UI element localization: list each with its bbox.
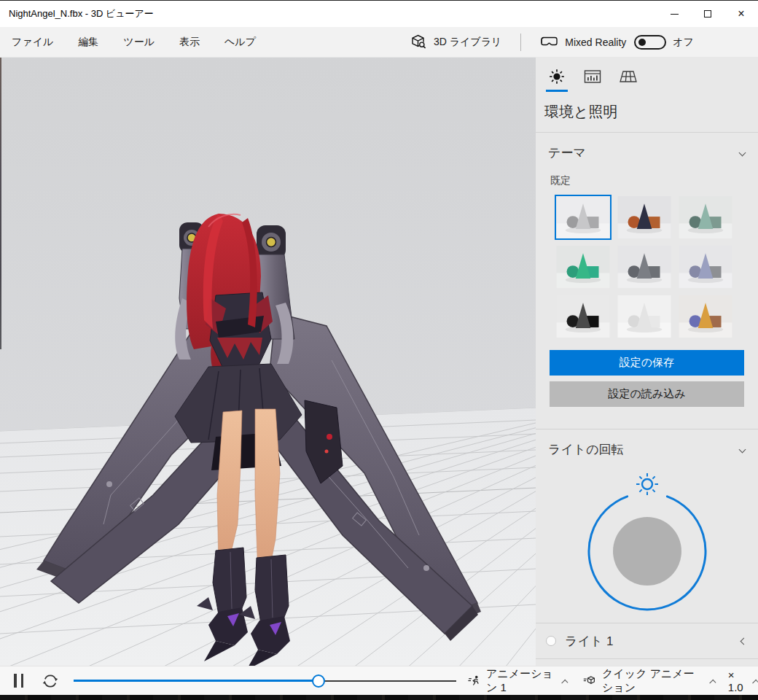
light-2-row[interactable]: ライト 2 [536, 659, 758, 666]
speed-label: × 1.0 [728, 669, 747, 693]
animation-selector[interactable]: アニメーション 1 [468, 667, 567, 695]
quick-animation-button[interactable]: クイック アニメーション [583, 667, 715, 695]
slider-thumb[interactable] [312, 674, 325, 688]
mixed-reality-label: Mixed Reality [565, 36, 626, 48]
runner-icon [468, 674, 480, 688]
background-strip [0, 695, 758, 700]
loop-icon [42, 672, 59, 690]
menubar: ファイル 編集 ツール 表示 ヘルプ 3D ライブラリ [0, 27, 758, 58]
toggle-knob [638, 39, 646, 46]
theme-group-label: 既定 [550, 174, 758, 187]
playback-bar: アニメーション 1 クイック アニメーション × 1.0 [0, 666, 758, 695]
mixed-reality-group: Mixed Reality オフ [540, 35, 694, 50]
titlebar: NightAngel_N.fbx - 3D ビューアー × [0, 1, 758, 27]
theme-tile-sage-teal[interactable] [677, 195, 734, 240]
menu-edit[interactable]: 編集 [78, 36, 98, 49]
theme-tile-default-gray[interactable] [555, 195, 612, 240]
theme-label: テーマ [548, 144, 586, 161]
pause-icon [14, 674, 17, 688]
tab-stats[interactable] [582, 68, 603, 92]
mixed-reality-toggle[interactable] [634, 35, 666, 50]
viewport-canvas[interactable] [0, 58, 536, 666]
chevron-left-icon [741, 637, 748, 645]
panel-tabs [536, 58, 758, 92]
menu-divider [520, 34, 521, 51]
menu-tools[interactable]: ツール [123, 36, 155, 49]
window-title: NightAngel_N.fbx - 3D ビューアー [9, 7, 657, 20]
theme-tile-white[interactable] [616, 294, 673, 339]
pause-icon [21, 674, 24, 688]
sun-icon [547, 68, 566, 85]
theme-tile-multicolor[interactable] [677, 294, 734, 339]
timeline-slider[interactable] [74, 674, 456, 688]
light-1-row[interactable]: ライト 1 [536, 623, 758, 658]
library-label: 3D ライブラリ [434, 36, 501, 49]
light-rotation-dial[interactable] [563, 468, 731, 623]
grid-icon [618, 68, 638, 85]
save-settings-button[interactable]: 設定の保存 [550, 350, 744, 376]
light-1-label: ライト 1 [565, 633, 741, 650]
minimize-icon [671, 14, 679, 15]
menu-help[interactable]: ヘルプ [224, 36, 256, 49]
theme-tile-black[interactable] [555, 294, 612, 339]
app-window: NightAngel_N.fbx - 3D ビューアー × ファイル 編集 ツー… [0, 0, 758, 700]
close-button[interactable]: × [724, 1, 758, 27]
environment-panel: 環境と照明 テーマ 既定 設定の保存 設定の読み込み ライトの回転 [536, 58, 758, 666]
3d-scene [0, 58, 536, 666]
theme-tile-slate[interactable] [616, 244, 673, 289]
slider-fill [74, 680, 319, 682]
dial-sun-icon[interactable] [636, 473, 658, 495]
theme-tile-navy-orange[interactable] [616, 195, 673, 240]
quick-animation-label: クイック アニメーション [602, 667, 704, 695]
maximize-icon [704, 10, 711, 18]
quick-animation-cube-icon [583, 674, 595, 688]
minimize-button[interactable] [657, 1, 691, 27]
3d-library-button[interactable]: 3D ライブラリ [410, 34, 501, 50]
theme-grid [555, 195, 758, 339]
close-icon: × [738, 8, 744, 20]
chevron-down-icon [739, 149, 746, 157]
menu-view[interactable]: 表示 [179, 36, 200, 49]
stats-icon [583, 68, 602, 85]
light-rotation-header[interactable]: ライトの回転 [536, 429, 758, 465]
chevron-down-icon [739, 446, 746, 454]
light-1-indicator [546, 636, 556, 646]
theme-tile-lavender[interactable] [677, 244, 734, 289]
tab-grid[interactable] [617, 68, 639, 92]
cube-search-icon [410, 34, 427, 50]
tab-environment-lighting[interactable] [546, 68, 568, 92]
mixed-reality-state: オフ [673, 36, 694, 49]
menu-file[interactable]: ファイル [12, 36, 53, 49]
theme-tile-emerald[interactable] [555, 244, 612, 289]
animation-label: アニメーション 1 [486, 667, 556, 695]
theme-section-header[interactable]: テーマ [536, 133, 758, 168]
chevron-up-icon [709, 680, 716, 686]
pause-button[interactable] [14, 674, 23, 688]
chevron-up-icon [753, 680, 758, 686]
load-settings-button[interactable]: 設定の読み込み [550, 381, 744, 407]
mixed-reality-goggles-icon [540, 36, 558, 48]
speed-selector[interactable]: × 1.0 [728, 669, 758, 693]
panel-title: 環境と照明 [544, 102, 758, 122]
background-window-sliver [0, 58, 1, 349]
loop-button[interactable] [42, 672, 59, 690]
maximize-button[interactable] [691, 1, 724, 27]
chevron-up-icon [562, 680, 568, 686]
light-rotation-label: ライトの回転 [548, 441, 624, 458]
